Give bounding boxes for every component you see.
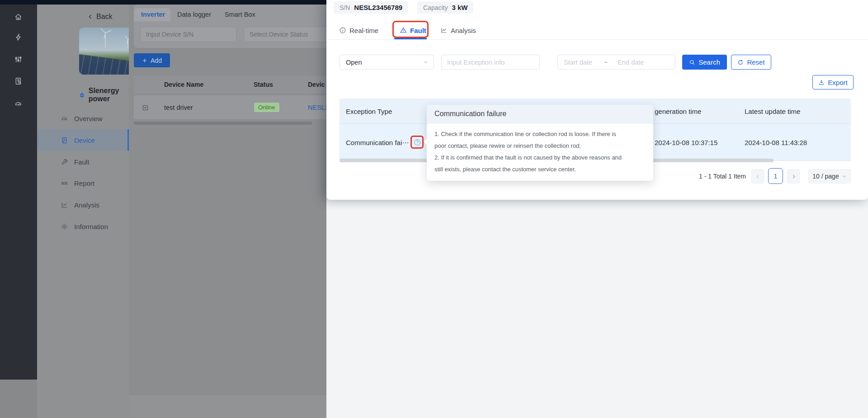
gauge-icon <box>61 115 68 122</box>
search-button-label: Search <box>698 58 720 66</box>
pagination-page-1[interactable]: 1 <box>768 168 783 184</box>
document-search-icon[interactable] <box>14 77 23 85</box>
sidebar-item-label: Fault <box>74 158 89 166</box>
top-header-bar <box>0 0 326 5</box>
horizontal-scrollbar[interactable] <box>134 122 312 125</box>
download-icon <box>818 79 825 85</box>
tab-data-logger[interactable]: Data logger <box>177 11 211 18</box>
capacity-label: Capacity <box>423 4 448 11</box>
chevron-right-icon <box>791 174 796 179</box>
search-button[interactable]: Search <box>682 55 727 70</box>
tooltip-line: 1. Check if the communication line or co… <box>434 128 646 140</box>
active-tab-underline <box>394 38 427 39</box>
sn-value: NESL23456789 <box>354 4 402 11</box>
capacity-chip: Capacity 3 kW <box>417 1 473 14</box>
refresh-icon <box>737 59 744 66</box>
app-window: Back Slenergy power Overview Device Faul… <box>0 0 868 418</box>
gauge-icon[interactable] <box>14 99 23 108</box>
tooltip-line: poor contact, please rewire or reinsert … <box>434 140 646 152</box>
bolt-icon[interactable] <box>14 33 23 42</box>
plus-icon <box>142 58 147 63</box>
station-name: Slenergy power <box>89 87 129 103</box>
chevron-down-icon <box>842 174 847 179</box>
device-table-row[interactable] <box>134 95 326 119</box>
sidebar-item-analysis[interactable]: Analysis <box>37 194 129 216</box>
serial-number-chip: S/N NESL23456789 <box>334 1 408 14</box>
global-nav-rail <box>0 5 37 380</box>
device-table-header <box>134 76 326 94</box>
sidebar-item-overview[interactable]: Overview <box>37 108 129 129</box>
wrench-icon <box>61 158 68 166</box>
reset-button-label: Reset <box>747 58 764 66</box>
device-icon <box>61 136 68 144</box>
sidebar-item-fault[interactable]: Fault <box>37 151 129 173</box>
range-separator: ~ <box>592 59 618 66</box>
gear-icon <box>61 223 68 230</box>
fault-status-value: Open <box>346 59 362 66</box>
sidebar-item-label: Device <box>74 136 95 144</box>
capacity-value: 3 kW <box>452 4 467 11</box>
exception-type-cell: Communication fai⋯ <box>346 139 409 147</box>
info-circle-icon <box>339 27 346 34</box>
tabs-divider <box>326 39 868 40</box>
chevron-left-icon <box>88 14 93 19</box>
fault-status-select[interactable]: Open <box>340 55 434 70</box>
generation-time-cell: 2024-10-08 10:37:15 <box>655 139 717 146</box>
sidebar-item-information[interactable]: Information <box>37 216 129 237</box>
sidebar-item-label: Information <box>74 223 108 230</box>
reset-button[interactable]: Reset <box>731 55 771 70</box>
exception-info-input[interactable] <box>442 55 539 69</box>
tab-real-time[interactable]: Real-time <box>339 23 378 37</box>
chevron-left-icon <box>755 174 760 179</box>
export-button-label: Export <box>828 79 847 86</box>
chevron-down-icon <box>423 60 428 65</box>
pagination-next-button[interactable] <box>787 169 800 183</box>
line-chart-icon <box>440 27 448 34</box>
sidebar-item-label: Analysis <box>74 201 99 209</box>
end-date-placeholder[interactable]: End date <box>618 59 644 66</box>
column-device-sn: Devic <box>308 81 325 88</box>
column-latest-update-time: Latest update time <box>745 108 800 115</box>
tooltip-line: 2. If it is confirmed that the fault is … <box>434 152 646 164</box>
pagination-prev-button[interactable] <box>751 169 764 183</box>
home-icon[interactable] <box>14 13 23 21</box>
report-icon <box>61 179 68 187</box>
tooltip-line: still exists, please contact the custome… <box>434 164 646 175</box>
main-footer <box>129 395 326 418</box>
station-brand: Slenergy power <box>79 87 129 103</box>
tab-label: Analysis <box>451 27 476 34</box>
sidebar-item-label: Overview <box>74 115 103 122</box>
fault-tooltip: Communication failure 1. Check if the co… <box>427 105 653 181</box>
start-date-placeholder[interactable]: Start date <box>558 59 592 66</box>
date-range-picker[interactable]: Start date ~ End date <box>557 55 675 70</box>
tooltip-title: Communication failure <box>427 105 653 123</box>
column-generation-time: generation time <box>655 108 701 115</box>
device-status-select[interactable] <box>244 27 326 42</box>
device-sn-link[interactable]: NESL23 <box>308 104 326 111</box>
column-device-name: Device Name <box>164 81 203 88</box>
sliders-icon[interactable] <box>14 55 23 64</box>
status-badge: Online <box>254 103 279 112</box>
sidebar-item-report[interactable]: Report <box>37 172 129 194</box>
sidebar-item-device[interactable]: Device <box>37 129 129 151</box>
expand-row-icon[interactable] <box>142 104 149 111</box>
column-status: Status <box>254 81 273 88</box>
device-list-panel: Inverter Data logger Smart Box Add Devic… <box>129 5 326 418</box>
annotation-box-help-icon <box>410 136 424 149</box>
tab-inverter[interactable]: Inverter <box>141 11 165 18</box>
add-device-button[interactable]: Add <box>134 53 170 67</box>
house-icon <box>79 91 85 99</box>
page-size-select[interactable]: 10 / page <box>808 169 851 183</box>
export-button[interactable]: Export <box>812 75 854 89</box>
tab-label: Real-time <box>349 27 378 34</box>
tab-analysis[interactable]: Analysis <box>440 23 476 37</box>
device-name-cell: test driver <box>164 104 193 111</box>
latest-update-time-cell: 2024-10-08 11:43:28 <box>745 139 807 146</box>
pagination-total: 1 - 1 Total 1 Item <box>660 173 746 180</box>
page-size-value: 10 / page <box>812 173 839 180</box>
back-button[interactable]: Back <box>88 13 113 21</box>
device-sn-input[interactable] <box>140 27 236 42</box>
annotation-box-fault-tab <box>392 21 429 38</box>
tab-smart-box[interactable]: Smart Box <box>225 11 255 18</box>
exception-info-field[interactable] <box>441 55 540 70</box>
